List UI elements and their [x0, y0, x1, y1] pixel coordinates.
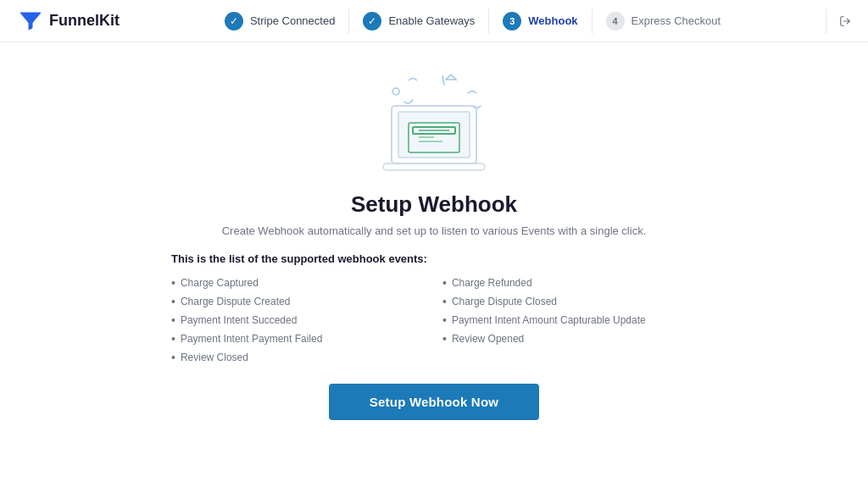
- svg-rect-5: [383, 163, 485, 170]
- exit-button[interactable]: [826, 8, 851, 34]
- setup-webhook-button[interactable]: Setup Webhook Now: [329, 384, 539, 420]
- funnelkit-logo-icon: [17, 8, 44, 35]
- events-left-col: Charge Captured Charge Dispute Created P…: [171, 274, 426, 367]
- page-title: Setup Webhook: [351, 191, 517, 218]
- events-heading: This is the list of the supported webhoo…: [171, 252, 697, 265]
- step-check-icon: ✓: [225, 12, 243, 30]
- event-item: Charge Dispute Created: [171, 292, 426, 311]
- logo: FunnelKit: [17, 8, 120, 35]
- stepper: ✓ Stripe Connected ✓ Enable Gateways 3 W…: [211, 8, 734, 34]
- events-grid: Charge Captured Charge Dispute Created P…: [171, 274, 697, 367]
- step-enable-gateways[interactable]: ✓ Enable Gateways: [349, 12, 488, 30]
- step-number: 3: [503, 12, 521, 30]
- svg-point-1: [392, 88, 399, 95]
- page-subtitle: Create Webhook automatically and set up …: [222, 224, 647, 237]
- event-item: Review Closed: [171, 348, 426, 367]
- event-item: Payment Intent Amount Capturable Update: [442, 311, 697, 329]
- svg-marker-2: [446, 75, 456, 80]
- step-stripe-connected[interactable]: ✓ Stripe Connected: [211, 12, 348, 30]
- step-check-icon: ✓: [363, 12, 381, 30]
- main-content: Setup Webhook Create Webhook automatical…: [0, 42, 868, 420]
- event-item: Review Opened: [442, 329, 697, 348]
- webhook-illustration: [358, 59, 510, 178]
- event-item: Payment Intent Payment Failed: [171, 329, 426, 348]
- step-label: Stripe Connected: [250, 14, 335, 27]
- header: FunnelKit ✓ Stripe Connected ✓ Enable Ga…: [0, 0, 868, 42]
- step-label: Webhook: [528, 14, 577, 27]
- event-item: Charge Refunded: [442, 274, 697, 292]
- step-label: Express Checkout: [632, 14, 721, 27]
- step-number: 4: [606, 12, 625, 30]
- event-item: Charge Dispute Closed: [442, 292, 697, 311]
- events-right-col: Charge Refunded Charge Dispute Closed Pa…: [442, 274, 697, 367]
- step-webhook[interactable]: 3 Webhook: [489, 12, 591, 30]
- logo-text: FunnelKit: [49, 12, 120, 30]
- events-section: This is the list of the supported webhoo…: [171, 252, 697, 367]
- event-item: Payment Intent Succeded: [171, 311, 426, 329]
- step-express-checkout[interactable]: 4 Express Checkout: [593, 12, 735, 30]
- event-item: Charge Captured: [171, 274, 426, 292]
- step-label: Enable Gateways: [388, 14, 475, 27]
